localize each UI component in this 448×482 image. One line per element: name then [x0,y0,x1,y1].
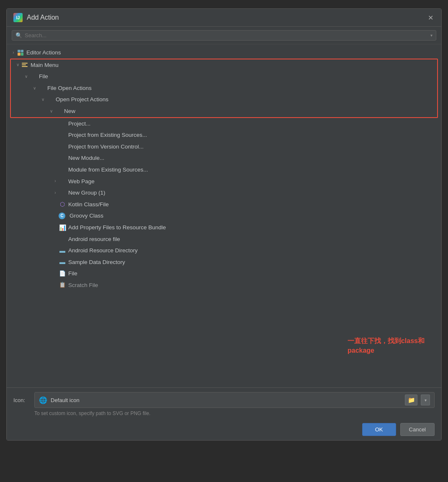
groovy-class-label: Groovy Class [70,211,103,220]
android-resource-dir-icon: ▬ [59,247,66,254]
tree-item-android-resource-file[interactable]: Android resource file [7,233,441,245]
new-group-label: New Group (1) [68,188,106,197]
android-resource-file-label: Android resource file [68,235,120,244]
chevron-icon: › [10,49,17,56]
tree-item-main-menu[interactable]: ∨ Main Menu [11,59,437,71]
tree-item-file-open-actions[interactable]: ∨ File Open Actions [11,82,437,94]
module-existing-icon [59,166,66,174]
annotation-text: 一直往下找，找到class和 package [348,336,425,355]
kotlin-class-label: Kotlin Class/File [68,200,109,209]
chevron-icon: ∨ [31,85,38,92]
chevron-icon: ∨ [23,73,29,80]
tree-item-scratch-file[interactable]: 📋 Scratch File [7,279,441,291]
scratch-file-icon: 📋 [59,282,66,289]
project-label: Project... [68,119,90,128]
sample-data-dir-icon: ▬ [59,258,66,266]
add-action-dialog: IJ Add Action ✕ 🔍 ▾ › Editor Actions [6,8,442,441]
button-row: OK Cancel [13,420,435,436]
tree-item-android-resource-dir[interactable]: ▬ Android Resource Directory [7,245,441,256]
search-input[interactable] [25,32,428,38]
folder-button[interactable]: 📁 [405,395,417,405]
editor-actions-icon [17,49,24,56]
main-menu-label: Main Menu [31,61,59,70]
add-property-label: Add Property Files to Resource Bundle [68,223,166,232]
sample-data-dir-label: Sample Data Directory [68,258,125,267]
groovy-icon: C [59,213,65,219]
tree-item-kotlin-class[interactable]: ⬡ Kotlin Class/File [7,199,441,210]
chevron-icon: ∨ [39,96,46,103]
android-resource-dir-label: Android Resource Directory [68,246,138,255]
annotation-container: New Module... Module from Existing Sourc… [7,152,441,175]
project-existing-icon [59,131,66,139]
search-chevron-icon[interactable]: ▾ [430,33,433,38]
module-existing-label: Module from Existing Sources... [68,165,148,174]
tree-item-new-group[interactable]: › New Group (1) [7,187,441,199]
project-icon [59,120,66,127]
default-icon-label: Default icon [51,397,402,403]
tree-item-web-page[interactable]: › Web Page [7,176,441,187]
tree-item-new[interactable]: ∨ New [11,105,437,117]
ok-button[interactable]: OK [362,423,396,436]
file-open-icon [38,85,45,92]
title-bar: IJ Add Action ✕ [7,9,441,27]
file-icon [29,73,37,80]
new-module-icon [59,154,66,162]
bottom-section: Icon: 🌐 Default icon 📁 ▾ To set custom i… [7,387,441,440]
hint-text: To set custom icon, specify path to SVG … [34,410,435,416]
search-input-wrap[interactable]: 🔍 ▾ [12,30,436,41]
tree-item-project-existing[interactable]: Project from Existing Sources... [7,129,441,141]
project-existing-label: Project from Existing Sources... [68,131,147,140]
tree-item-file[interactable]: ∨ File [11,71,437,82]
project-vcs-label: Project from Version Control... [68,142,144,151]
icon-field-label: Icon: [13,397,30,403]
tree-item-groovy-class[interactable]: C Groovy Class [7,210,441,222]
file-label: File [39,72,48,81]
tree-item-file-item[interactable]: 📄 File [7,268,441,279]
tree-item-add-property[interactable]: 📊 Add Property Files to Resource Bundle [7,222,441,233]
icon-select[interactable]: 🌐 Default icon 📁 ▾ [34,392,435,408]
property-icon: 📊 [59,224,66,231]
chevron-icon: ∨ [14,62,21,68]
chevron-icon: ∨ [48,108,54,115]
scratch-file-label: Scratch File [68,281,98,290]
new-module-label: New Module... [68,154,104,163]
icon-row: Icon: 🌐 Default icon 📁 ▾ [13,392,435,408]
tree-item-sample-data-dir[interactable]: ▬ Sample Data Directory [7,256,441,268]
tree-item-new-module[interactable]: New Module... [7,152,441,164]
tree-item-project-vcs[interactable]: Project from Version Control... [7,141,441,153]
kotlin-icon: ⬡ [59,201,66,208]
new-icon [54,108,62,115]
web-page-icon [59,177,66,185]
globe-icon: 🌐 [39,396,47,404]
tree-area: › Editor Actions ∨ Main Menu ∨ [7,44,441,387]
tree-item-module-existing[interactable]: Module from Existing Sources... [7,164,441,176]
android-resource-file-icon [59,235,66,243]
new-group-icon [59,189,66,197]
file-open-actions-label: File Open Actions [47,84,92,93]
dialog-title: Add Action [27,14,422,21]
file-item-icon: 📄 [59,270,66,277]
chevron-icon: › [52,190,59,196]
highlight-box: ∨ Main Menu ∨ File ∨ File Open Actions [10,59,438,118]
tree-item-open-project-actions[interactable]: ∨ Open Project Actions [11,94,437,105]
new-label: New [64,107,75,116]
search-icon: 🔍 [15,32,22,38]
dropdown-chevron-icon[interactable]: ▾ [421,395,430,405]
cancel-button[interactable]: Cancel [400,423,435,436]
chevron-icon: › [52,178,59,185]
tree-item-project[interactable]: Project... [7,118,441,130]
web-page-label: Web Page [68,177,95,186]
main-menu-icon [21,61,28,69]
app-icon: IJ [13,13,23,22]
project-vcs-icon [59,143,66,151]
search-bar: 🔍 ▾ [7,27,441,44]
editor-actions-label: Editor Actions [26,48,61,57]
open-project-icon [46,96,54,103]
close-button[interactable]: ✕ [426,13,435,22]
file-item-label: File [68,269,77,278]
tree-item-editor-actions[interactable]: › Editor Actions [7,47,441,59]
open-project-actions-label: Open Project Actions [56,95,108,104]
